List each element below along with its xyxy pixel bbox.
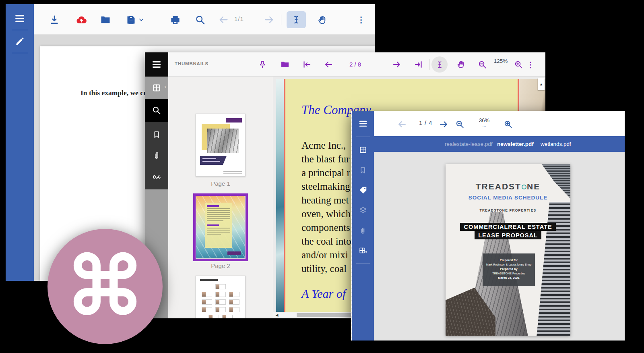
menu-button[interactable] — [355, 116, 371, 132]
cover-subtitle: SOCIAL MEDIA SCHEDULE — [446, 195, 570, 201]
thumbnail-page-3[interactable] — [196, 276, 246, 318]
open-file-button[interactable] — [97, 11, 114, 28]
headline-line-1: COMMERCIALREAL ESTATE — [460, 223, 555, 231]
arrow-right-icon — [264, 14, 275, 25]
previous-page-button[interactable] — [320, 56, 336, 73]
prepared-info-box: Prepared for Mark Robinson & Laura Jones… — [483, 253, 535, 286]
thumb3-title-bar — [200, 279, 218, 281]
bookmark-icon — [359, 166, 367, 174]
search-icon — [152, 106, 161, 115]
sidebar-divider — [356, 264, 370, 264]
layers-panel-button[interactable] — [355, 202, 371, 218]
toolbar-separator — [281, 15, 281, 25]
print-button[interactable] — [167, 11, 184, 28]
ibeam-cursor-icon — [291, 15, 301, 25]
thumbnail-label: Page 2 — [196, 262, 246, 269]
arrow-left-icon — [397, 119, 407, 129]
pan-tool-button[interactable] — [453, 56, 469, 73]
thumb1-caption-lines — [223, 171, 242, 172]
scroll-left-button[interactable]: ◀ — [274, 313, 280, 318]
zoom-level-control[interactable]: 125% ... — [489, 58, 512, 67]
text-select-tool-button[interactable] — [287, 11, 306, 28]
closing-heading: A Year of — [301, 287, 346, 301]
hamburger-icon — [358, 119, 368, 129]
thumbnails-panel-button[interactable] — [355, 142, 371, 158]
arrow-left-icon — [324, 60, 333, 69]
signature-icon — [152, 172, 161, 181]
cover-photo-building-right — [537, 202, 570, 336]
pin-toolbar-button[interactable] — [254, 56, 270, 73]
logo-o-icon — [522, 185, 526, 189]
first-page-button[interactable] — [299, 56, 315, 73]
zoom-out-button[interactable] — [474, 56, 490, 73]
thumbnail-label: Page 1 — [196, 180, 246, 187]
pushpin-icon — [258, 60, 267, 69]
command-icon: ⌘ — [65, 247, 145, 326]
cover-photo-building-topright — [530, 164, 570, 198]
tab-realestate-lease[interactable]: realestate-lease.pdf — [442, 136, 495, 152]
vertical-scrollbar-up-button[interactable]: ▲ — [538, 78, 545, 90]
chevron-down-icon — [138, 17, 144, 23]
next-page-button[interactable] — [389, 56, 405, 73]
thumbnails-panel-button[interactable]: › — [145, 77, 168, 99]
page-indicator: 2 / 8 — [349, 61, 361, 68]
search-panel-button[interactable] — [145, 99, 168, 122]
save-icon — [126, 15, 136, 25]
save-options-button[interactable] — [136, 11, 147, 28]
bookmarks-panel-button[interactable] — [145, 124, 168, 145]
next-page-button[interactable] — [435, 116, 452, 133]
cover-organization: TREADSTONE PROPERTIES — [446, 208, 570, 212]
arrow-right-icon — [439, 119, 449, 129]
window3-sidebar — [352, 111, 374, 341]
bookmarks-panel-button[interactable] — [355, 162, 371, 178]
next-page-button[interactable] — [261, 11, 278, 28]
attachments-panel-button[interactable] — [355, 222, 371, 239]
search-button[interactable] — [192, 11, 208, 28]
scroll-up-arrow-icon: ▲ — [539, 82, 543, 86]
download-button[interactable] — [46, 11, 63, 28]
zoom-in-icon — [504, 120, 513, 129]
more-options-button[interactable]: ⋮ — [525, 56, 536, 73]
more-options-button[interactable]: ⋮ — [353, 11, 369, 28]
arrow-first-icon — [302, 60, 312, 69]
thumbnail-page-1[interactable]: Page 1 — [196, 114, 246, 187]
zoom-in-button[interactable] — [500, 116, 516, 133]
cloud-upload-icon — [76, 14, 87, 25]
sidebar-divider — [12, 30, 28, 30]
zoom-out-button[interactable] — [451, 116, 468, 133]
multiview-panel-button[interactable] — [355, 243, 371, 259]
previous-page-button[interactable] — [215, 11, 232, 28]
tag-icon — [359, 186, 367, 195]
grid-icon — [359, 145, 367, 154]
zoom-out-icon — [455, 120, 464, 129]
tags-panel-button-active[interactable] — [355, 182, 371, 198]
menu-button[interactable] — [11, 10, 29, 27]
page-indicator: 1/1 — [234, 15, 244, 22]
tab-newsletter[interactable]: newsletter.pdf — [495, 136, 536, 152]
window3-toolbar: 1 / 4 36% ... — [374, 111, 625, 136]
lease-proposal-cover-page: TREADSTNE SOCIAL MEDIA SCHEDULE TREADSTO… — [446, 164, 570, 336]
last-page-button[interactable] — [411, 56, 427, 73]
zoom-in-button[interactable] — [510, 56, 526, 73]
window1-toolbar: 1/1 ⋮ — [34, 4, 375, 35]
tab-wetlands[interactable]: wetlands.pdf — [538, 136, 574, 152]
signature-panel-button[interactable] — [145, 166, 168, 187]
body-paragraph: Acme Inc., the blast fur a principal r s… — [301, 139, 351, 276]
layers-icon — [359, 206, 367, 215]
previous-page-button[interactable] — [393, 116, 410, 133]
window3-document-area[interactable]: TREADSTNE SOCIAL MEDIA SCHEDULE TREADSTO… — [374, 152, 625, 341]
menu-button[interactable] — [145, 52, 168, 77]
annotate-button[interactable] — [11, 33, 29, 50]
cover-headline: COMMERCIALREAL ESTATE LEASE PROPOSAL — [446, 223, 570, 240]
zoom-level-control[interactable]: 36% ... — [474, 117, 495, 127]
pdf-viewer-window-3: 1 / 4 36% ... realestate-lease.pdf newsl… — [351, 111, 625, 341]
open-file-button[interactable] — [277, 56, 293, 73]
prepared-for-label: Prepared for — [483, 258, 535, 262]
kebab-icon: ⋮ — [527, 60, 535, 69]
text-select-tool-button[interactable] — [431, 56, 448, 73]
pan-tool-button[interactable] — [314, 11, 331, 28]
thumbnail-page-2-selected[interactable]: Page 2 — [196, 196, 246, 269]
attachments-panel-button[interactable] — [145, 145, 168, 166]
upload-button[interactable] — [73, 11, 90, 28]
brand-logo: TREADSTNE — [446, 182, 570, 191]
